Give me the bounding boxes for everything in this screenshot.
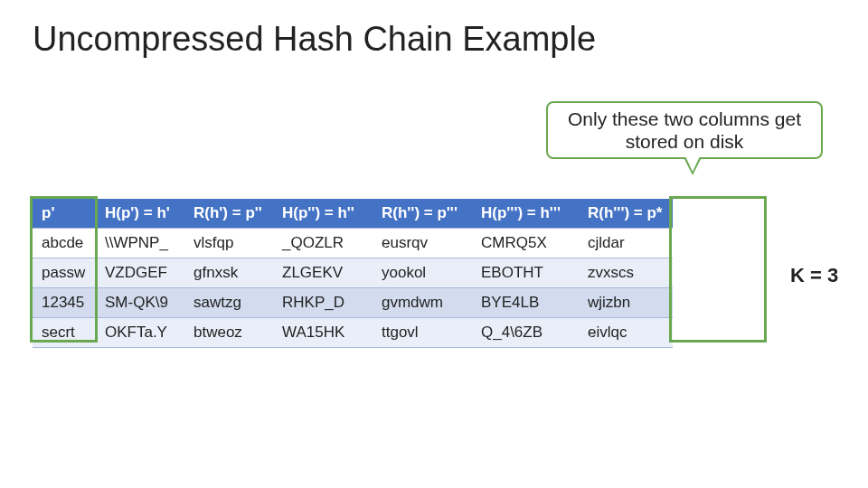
cell: ttgovl (373, 318, 472, 348)
cell: passw (33, 258, 96, 288)
cell: yookol (373, 258, 472, 288)
cell: vlsfqp (184, 229, 273, 258)
cell: abcde (33, 229, 96, 258)
col-header-hp2: H(p'') = h'' (273, 199, 373, 229)
cell: wjizbn (579, 288, 673, 318)
table-row: abcde \\WPNP_ vlsfqp _QOZLR eusrqv CMRQ5… (33, 229, 673, 258)
cell: \\WPNP_ (96, 229, 184, 258)
cell: sawtzg (184, 288, 273, 318)
cell: RHKP_D (273, 288, 373, 318)
cell: gfnxsk (184, 258, 273, 288)
cell: CMRQ5X (472, 229, 579, 258)
cell: OKFTa.Y (96, 318, 184, 348)
cell: EBOTHT (472, 258, 579, 288)
cell: _QOZLR (273, 229, 373, 258)
callout-box: Only these two columns get stored on dis… (546, 101, 823, 159)
slide-title: Uncompressed Hash Chain Example (33, 20, 596, 59)
callout-text: Only these two columns get stored on dis… (548, 108, 821, 153)
callout-tail-fill (685, 156, 700, 172)
col-header-p: p' (33, 199, 96, 229)
cell: 12345 (33, 288, 96, 318)
cell: Q_4\6ZB (472, 318, 579, 348)
table-row: passw VZDGEF gfnxsk ZLGEKV yookol EBOTHT… (33, 258, 673, 288)
cell: gvmdwm (373, 288, 472, 318)
cell: eivlqc (579, 318, 673, 348)
cell: SM-QK\9 (96, 288, 184, 318)
cell: cjldar (579, 229, 673, 258)
table-row: secrt OKFTa.Y btweoz WA15HK ttgovl Q_4\6… (33, 318, 673, 348)
hash-chain-table-wrap: p' H(p') = h' R(h') = p'' H(p'') = h'' R… (33, 199, 673, 348)
cell: VZDGEF (96, 258, 184, 288)
table-body: abcde \\WPNP_ vlsfqp _QOZLR eusrqv CMRQ5… (33, 229, 673, 348)
highlight-last-column (669, 196, 767, 343)
k-value-label: K = 3 (790, 264, 838, 287)
table-row: 12345 SM-QK\9 sawtzg RHKP_D gvmdwm BYE4L… (33, 288, 673, 318)
col-header-rh3: R(h''') = p* (579, 199, 673, 229)
table-header-row: p' H(p') = h' R(h') = p'' H(p'') = h'' R… (33, 199, 673, 229)
cell: ZLGEKV (273, 258, 373, 288)
col-header-rh2: R(h'') = p''' (373, 199, 472, 229)
cell: BYE4LB (472, 288, 579, 318)
cell: WA15HK (273, 318, 373, 348)
cell: eusrqv (373, 229, 472, 258)
col-header-hp: H(p') = h' (96, 199, 184, 229)
col-header-hp3: H(p''') = h''' (472, 199, 579, 229)
cell: btweoz (184, 318, 273, 348)
cell: zvxscs (579, 258, 673, 288)
col-header-rh: R(h') = p'' (184, 199, 273, 229)
hash-chain-table: p' H(p') = h' R(h') = p'' H(p'') = h'' R… (33, 199, 673, 348)
cell: secrt (33, 318, 96, 348)
